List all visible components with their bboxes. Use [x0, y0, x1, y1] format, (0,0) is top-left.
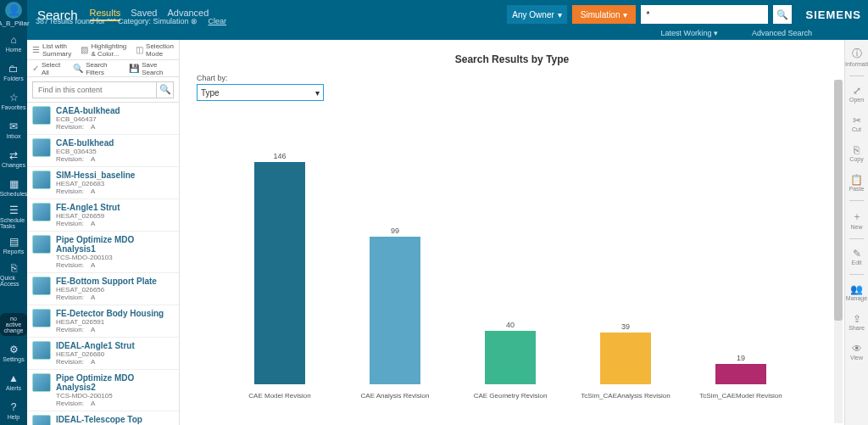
item-id: HESAT_026680	[56, 350, 135, 358]
select-all-button[interactable]: ✓Select All	[32, 61, 64, 76]
results-summary-line: 387 results found for "*" Category: Simu…	[36, 17, 226, 25]
nav-reports[interactable]: ▤Reports	[0, 231, 27, 260]
bar-value: 99	[391, 226, 399, 235]
avatar-cell[interactable]: A_B_Pillar	[0, 0, 27, 29]
chart-by-selector[interactable]: Type▾	[197, 84, 324, 101]
brand-logo: SIEMENS	[805, 8, 861, 21]
result-item[interactable]: FE-Detector Body HousingHESAT_026591Revi…	[27, 305, 179, 338]
bar[interactable]: 19	[715, 354, 766, 384]
result-item[interactable]: CAEA-bulkheadECB_046437Revision:A	[27, 103, 179, 135]
item-thumbnail	[32, 373, 51, 392]
chart-by-label: Chart by:	[197, 74, 827, 82]
nav-icon: ▤	[9, 236, 19, 248]
nav-icon: ⌂	[10, 34, 16, 46]
item-thumbnail	[32, 138, 51, 157]
list-filter-input[interactable]	[32, 81, 157, 98]
result-item[interactable]: CAE-bulkheadECB_036435Revision:A	[27, 135, 179, 167]
list-filter-button[interactable]: 🔍	[157, 81, 174, 98]
nav-quick-access[interactable]: ⎘Quick Access	[0, 260, 27, 288]
nav-help[interactable]: ?Help	[0, 396, 27, 425]
bar-value: 146	[273, 152, 286, 160]
bar-value: 39	[621, 322, 630, 331]
cmd-view[interactable]: 👁View	[845, 339, 868, 364]
global-search-input[interactable]	[641, 5, 768, 24]
nav-no-active-change[interactable]: no active change	[0, 310, 27, 338]
revision-label: Revision:	[56, 400, 84, 407]
search-filters-button[interactable]: 🔍Search Filters	[73, 61, 120, 76]
result-item[interactable]: IDEAL-Angle1 StrutHESAT_026680Revision:A	[27, 338, 179, 370]
cmd-paste[interactable]: 📋Paste	[845, 171, 868, 195]
item-revision: A	[91, 326, 95, 333]
bar[interactable]: 99	[370, 226, 420, 384]
item-revision: A	[91, 294, 95, 301]
scrollbar-thumb[interactable]	[834, 80, 843, 321]
result-item[interactable]: Pipe Optimize MDO Analysis1TCS-MDO-20010…	[27, 232, 179, 273]
result-item[interactable]: IDEAL-Telescope Top HousingHESAT_026668R…	[27, 411, 179, 425]
search-button[interactable]: 🔍	[773, 5, 792, 24]
latest-working-dropdown[interactable]: Latest Working ▾	[661, 29, 718, 37]
list-summary-toggle[interactable]: ☰List with Summary	[32, 42, 72, 58]
bar-chart: 146CAE Model Revision99CAE Analysis Revi…	[222, 142, 819, 400]
nav-inbox[interactable]: ✉Inbox	[0, 115, 27, 144]
save-icon: 💾	[129, 64, 139, 73]
bar[interactable]: 39	[600, 322, 651, 384]
result-item[interactable]: Pipe Optimize MDO Analysis2TCS-MDO-20010…	[27, 370, 179, 411]
bar-category-label: CAE Model Revision	[229, 392, 331, 400]
nav-icon: 🗀	[8, 63, 19, 75]
nav-settings[interactable]: ⚙Settings	[0, 338, 27, 367]
highlighting-toggle[interactable]: ▧Highlighting & Color...	[81, 42, 127, 58]
results-count: 387 results found for "*" Category: Simu…	[36, 17, 198, 25]
nav-changes[interactable]: ⇄Changes	[0, 144, 27, 173]
nav-folders[interactable]: 🗀Folders	[0, 58, 27, 87]
nav-icon: ⚙	[9, 344, 19, 355]
open-icon: ⤢	[845, 85, 868, 97]
cmd-cut[interactable]: ✂Cut	[845, 111, 868, 136]
view-icon: 👁	[845, 343, 868, 355]
cmd-edit[interactable]: ✎Edit	[845, 244, 868, 269]
item-thumbnail	[32, 203, 51, 221]
revision-label: Revision:	[56, 358, 84, 366]
item-thumbnail	[32, 106, 51, 125]
bar-rect	[254, 162, 305, 384]
category-selector[interactable]: Simulation▾	[572, 5, 637, 24]
results-list[interactable]: CAEA-bulkheadECB_046437Revision:ACAE-bul…	[27, 103, 179, 425]
item-id: HESAT_026659	[56, 212, 120, 220]
cmd-open[interactable]: ⤢Open	[845, 81, 868, 106]
nav-schedule-tasks[interactable]: ☰Schedule Tasks	[0, 202, 27, 231]
result-item[interactable]: SIM-Hessi_baselineHESAT_026683Revision:A	[27, 167, 179, 199]
bar[interactable]: 40	[485, 321, 536, 384]
item-title: CAE-bulkhead	[56, 138, 114, 148]
nav-favorites[interactable]: ☆Favorites	[0, 87, 27, 115]
search-icon: 🔍	[776, 9, 788, 20]
result-item[interactable]: FE-Angle1 StrutHESAT_026659Revision:A	[27, 199, 179, 232]
cmd-manage[interactable]: 👥Manage	[845, 280, 868, 305]
item-title: CAEA-bulkhead	[56, 106, 120, 115]
advanced-search-link[interactable]: Advanced Search	[752, 29, 812, 37]
clear-link[interactable]: Clear	[209, 17, 227, 25]
item-revision: A	[91, 123, 95, 131]
nav-schedules[interactable]: ▦Schedules	[0, 173, 27, 202]
chart-scrollbar[interactable]	[834, 80, 843, 423]
bar-value: 40	[506, 321, 515, 329]
list-toolbar-1: ☰List with Summary ▧Highlighting & Color…	[27, 40, 179, 60]
nav-home[interactable]: ⌂Home	[0, 29, 27, 58]
save-search-button[interactable]: 💾Save Search	[129, 61, 174, 76]
nav-alerts[interactable]: ▲Alerts	[0, 367, 27, 396]
cmd-copy[interactable]: ⎘Copy	[845, 141, 868, 165]
item-id: TCS-MDO-200103	[56, 254, 174, 261]
bar[interactable]: 146	[254, 152, 305, 384]
owner-selector[interactable]: Any Owner▾	[507, 5, 566, 24]
item-id: HESAT_026656	[56, 286, 157, 294]
search-icon: 🔍	[159, 84, 171, 95]
nav-icon: ⎘	[11, 262, 17, 274]
revision-label: Revision:	[56, 187, 84, 195]
cmd-information[interactable]: ⓘInformation	[845, 43, 868, 70]
cmd-new[interactable]: ＋New	[845, 206, 868, 233]
bar-rect	[370, 237, 420, 384]
result-item[interactable]: FE-Bottom Support PlateHESAT_026656Revis…	[27, 273, 179, 305]
cmd-share[interactable]: ⇪Share	[845, 310, 868, 334]
avatar-label: A_B_Pillar	[0, 20, 30, 27]
selection-mode-toggle[interactable]: ◫Selection Mode	[136, 42, 174, 58]
item-title: Pipe Optimize MDO Analysis2	[56, 373, 174, 392]
item-thumbnail	[32, 415, 51, 425]
